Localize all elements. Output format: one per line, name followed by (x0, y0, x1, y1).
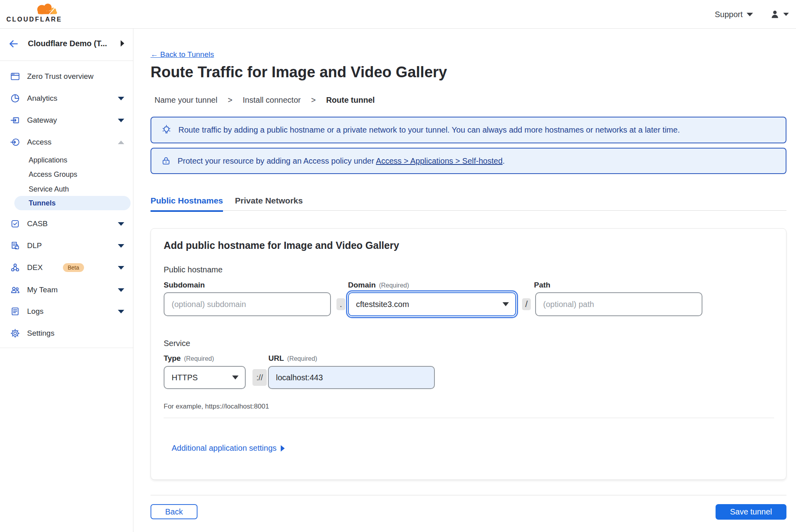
breadcrumb-separator: > (228, 96, 233, 105)
sidebar-item-applications[interactable]: Applications (0, 153, 133, 167)
banner-text: Route traffic by adding a public hostnam… (178, 125, 680, 135)
divider (164, 418, 774, 418)
sidebar-item-zero-trust-overview[interactable]: Zero Trust overview (0, 68, 133, 84)
slash-separator: / (522, 298, 531, 310)
card-title: Add public hostname for Image and Video … (164, 240, 399, 251)
chevron-up-icon (118, 141, 124, 144)
back-arrow-icon[interactable] (8, 38, 19, 49)
cloudflare-logo: CLOUDFLARE (6, 2, 66, 23)
domain-label: Domain(Required) (348, 281, 409, 289)
type-label: Type(Required) (164, 354, 214, 363)
sidebar-item-access[interactable]: Access (0, 134, 133, 150)
subdomain-label: Subdomain (164, 281, 205, 289)
chevron-down-icon (783, 13, 789, 16)
add-hostname-card: Add public hostname for Image and Video … (151, 228, 786, 480)
additional-settings-toggle[interactable]: Additional application settings (172, 444, 285, 453)
team-icon (10, 285, 20, 295)
pie-chart-icon (10, 93, 20, 104)
service-type-value: HTTPS (172, 373, 198, 382)
cloudflare-cloud-icon (33, 2, 61, 16)
public-hostname-group-label: Public hostname (164, 265, 223, 274)
breadcrumb: Name your tunnel > Install connector > R… (155, 96, 375, 105)
lightbulb-icon (161, 125, 172, 136)
chevron-down-icon (118, 288, 124, 292)
sidebar-account-header: Cloudflare Demo (T... (0, 29, 133, 61)
sidebar-item-dlp[interactable]: DLP (0, 238, 133, 254)
service-group-label: Service (164, 339, 190, 348)
service-url-input[interactable] (268, 366, 435, 389)
gateway-icon (10, 115, 20, 126)
sidebar: Cloudflare Demo (T... Zero Trust overvie… (0, 29, 133, 532)
additional-settings-label: Additional application settings (172, 444, 277, 453)
tab-private-networks[interactable]: Private Networks (235, 196, 303, 212)
tab-public-hostnames[interactable]: Public Hostnames (151, 196, 223, 212)
main-content: ← Back to Tunnels Route Traffic for Imag… (133, 29, 796, 532)
dot-separator: . (336, 298, 345, 310)
chevron-down-icon (118, 266, 124, 270)
chevron-right-icon[interactable] (121, 40, 124, 47)
account-menu[interactable] (770, 9, 789, 20)
gear-icon (10, 328, 20, 339)
account-name: Cloudflare Demo (T... (28, 39, 107, 48)
sidebar-item-casb[interactable]: CASB (0, 216, 133, 232)
sidebar-item-tunnels-active[interactable]: Tunnels (14, 196, 131, 210)
divider (0, 348, 133, 348)
banner-text-suffix: . (503, 156, 505, 165)
document-lock-icon (10, 241, 20, 251)
network-nodes-icon (10, 262, 20, 273)
beta-badge: Beta (63, 263, 84, 272)
breadcrumb-step-route-tunnel: Route tunnel (326, 96, 375, 105)
sidebar-item-settings[interactable]: Settings (0, 325, 133, 341)
chevron-down-icon (503, 302, 509, 306)
banner-text-prefix: Protect your resource by adding an Acces… (178, 156, 376, 165)
chevron-down-icon (118, 222, 124, 226)
path-label: Path (534, 281, 550, 289)
path-input[interactable] (535, 292, 702, 316)
logs-icon (10, 306, 20, 317)
support-menu[interactable]: Support (715, 10, 753, 19)
lock-icon (161, 156, 171, 166)
brand-name: CLOUDFLARE (6, 16, 66, 23)
access-icon (10, 137, 20, 148)
route-traffic-info-banner: Route traffic by adding a public hostnam… (151, 117, 786, 143)
sidebar-item-access-groups[interactable]: Access Groups (0, 167, 133, 182)
sidebar-item-my-team[interactable]: My Team (0, 282, 133, 298)
breadcrumb-step-install-connector[interactable]: Install connector (243, 96, 301, 105)
scheme-separator: :// (252, 369, 267, 386)
sidebar-item-logs[interactable]: Logs (0, 303, 133, 319)
required-hint: (Required) (184, 355, 214, 362)
sidebar-item-dex[interactable]: DEX Beta (0, 260, 133, 276)
chevron-down-icon (118, 97, 124, 100)
chevron-right-icon (281, 445, 285, 452)
user-icon (770, 9, 780, 20)
url-label: URL(Required) (268, 354, 317, 363)
required-hint: (Required) (379, 282, 409, 289)
divider (151, 495, 786, 495)
chevron-down-icon (232, 376, 239, 379)
casb-icon (10, 219, 20, 229)
sidebar-item-service-auth[interactable]: Service Auth (0, 182, 133, 196)
support-label: Support (715, 10, 743, 19)
url-example-hint: For example, https://localhost:8001 (164, 403, 269, 411)
back-button[interactable]: Back (151, 504, 198, 519)
breadcrumb-step-name-tunnel[interactable]: Name your tunnel (155, 96, 217, 105)
domain-select[interactable]: cftestsite3.com (348, 292, 516, 316)
divider (0, 61, 133, 61)
banner-text: Protect your resource by adding an Acces… (178, 156, 505, 166)
access-applications-link[interactable]: Access > Applications > Self-hosted (376, 156, 503, 165)
subdomain-input[interactable] (164, 292, 331, 316)
page-title: Route Traffic for Image and Video Galler… (151, 64, 447, 81)
sidebar-item-analytics[interactable]: Analytics (0, 90, 133, 106)
back-to-tunnels-link[interactable]: ← Back to Tunnels (151, 50, 214, 59)
breadcrumb-separator: > (311, 96, 316, 105)
chevron-down-icon (118, 310, 124, 313)
chevron-down-icon (118, 244, 124, 248)
chevron-down-icon (747, 13, 753, 16)
service-type-select[interactable]: HTTPS (164, 366, 246, 389)
chevron-down-icon (118, 119, 124, 122)
top-bar: CLOUDFLARE Support (0, 0, 796, 29)
access-policy-banner: Protect your resource by adding an Acces… (151, 148, 786, 174)
sidebar-item-gateway[interactable]: Gateway (0, 112, 133, 128)
save-tunnel-button[interactable]: Save tunnel (716, 504, 786, 520)
domain-value: cftestsite3.com (356, 300, 409, 309)
